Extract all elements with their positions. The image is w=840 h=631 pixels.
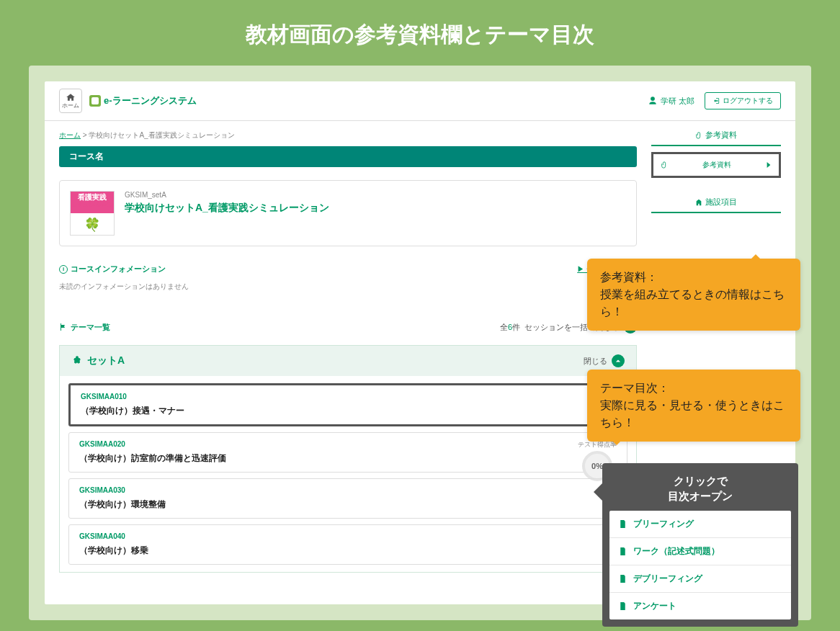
toc-item-label: デブリーフィング <box>633 573 702 585</box>
toc-item-label: ワーク（記述式問題） <box>633 545 720 558</box>
set-close-label: 閉じる <box>584 356 607 367</box>
course-name-bar: コース名 <box>59 146 637 167</box>
course-title: 学校向けセットA_看護実践シミュレーション <box>125 202 329 215</box>
set-close-control: 閉じる <box>584 354 625 367</box>
doc-icon <box>618 601 627 611</box>
lesson-title: （学校向け）接遇・マナー <box>81 405 615 417</box>
reference-materials-button[interactable]: 参考資料 <box>651 152 781 178</box>
course-code: GKSIM_setA <box>125 191 329 199</box>
toc-popup-title: クリックで 目次オープン <box>609 470 791 511</box>
chevron-right-icon <box>766 161 772 169</box>
app-logo: e-ラーニングシステム <box>89 94 197 107</box>
side-ref-title-text: 参考資料 <box>705 130 737 140</box>
lesson-title: （学校向け）環境整備 <box>79 498 617 511</box>
home-icon <box>66 93 76 102</box>
main-column: ホーム > 学校向けセットA_看護実践シミュレーション コース名 看護実践 シミ… <box>59 128 637 573</box>
toc-item-label: ブリーフィング <box>633 518 694 530</box>
set-header: セットA 閉じる <box>60 346 636 376</box>
breadcrumb-sep: > <box>81 131 89 139</box>
lesson-code: GKSIMAA020 <box>79 440 617 448</box>
set-close-button[interactable] <box>612 354 625 367</box>
user-name: 学研 太郎 <box>661 96 694 107</box>
set-title: セットA <box>71 354 125 367</box>
clover-icon: 🍀 <box>84 217 100 233</box>
logo-text: e-ラーニングシステム <box>104 94 197 107</box>
side-facility-title-text: 施設項目 <box>705 197 737 207</box>
frame-outer: ホーム e-ラーニングシステム 学研 太郎 ログアウトする ホーム > 学校向け… <box>29 66 811 620</box>
lesson-code: GKSIMAA010 <box>81 393 615 400</box>
theme-list-label-text: テーマ一覧 <box>71 322 110 333</box>
home-label: ホーム <box>62 102 79 109</box>
toc-item-survey[interactable]: アンケート <box>609 593 791 619</box>
app-header: ホーム e-ラーニングシステム 学研 太郎 ログアウトする <box>45 81 795 121</box>
course-thumbnail: 看護実践 シミュレ-ション 🍀 <box>70 191 115 236</box>
callout-theme-toc: テーマ目次： 実際に見る・見せる・使うときはこちら！ <box>587 370 800 442</box>
theme-list-label: テーマ一覧 <box>59 322 110 333</box>
building-icon <box>695 199 702 206</box>
callout-text: テーマ目次： 実際に見る・見せる・使うときはこちら！ <box>600 382 785 429</box>
toc-item-label: アンケート <box>633 600 676 612</box>
toc-popup-list: ブリーフィング ワーク（記述式問題） デブリーフィング アンケート <box>609 511 791 619</box>
toc-item-debriefing[interactable]: デブリーフィング <box>609 565 791 593</box>
set-icon <box>71 355 83 367</box>
flag-icon <box>59 323 68 331</box>
lesson-item[interactable]: GKSIMAA030 （学校向け）環境整備 <box>68 478 627 519</box>
callout-reference: 参考資料： 授業を組み立てるときの情報はこちら！ <box>587 259 800 331</box>
paperclip-icon <box>695 132 702 139</box>
breadcrumb-current: 学校向けセットA_看護実践シミュレーション <box>89 131 234 139</box>
thumb-text-1: 看護実践 <box>78 193 107 201</box>
lesson-item[interactable]: GKSIMAA020 （学校向け）訪室前の準備と迅速評価 テスト得点率 0% <box>68 432 627 473</box>
paperclip-icon <box>661 161 668 169</box>
lesson-title: （学校向け）訪室前の準備と迅速評価 <box>79 452 617 465</box>
side-facility-title: 施設項目 <box>651 195 781 213</box>
no-info-message: 未読のインフォメーションはありません <box>59 282 637 292</box>
breadcrumb: ホーム > 学校向けセットA_看護実践シミュレーション <box>59 128 637 146</box>
reference-materials-label: 参考資料 <box>668 160 766 170</box>
toc-item-work[interactable]: ワーク（記述式問題） <box>609 538 791 565</box>
course-info-row: i コースインフォメーション ▶ 一覧を表示する <box>59 264 637 274</box>
home-button[interactable]: ホーム <box>59 89 82 113</box>
toc-item-briefing[interactable]: ブリーフィング <box>609 511 791 538</box>
logout-icon <box>712 97 720 104</box>
doc-icon <box>618 547 627 556</box>
side-ref-title: 参考資料 <box>651 128 781 146</box>
lesson-item[interactable]: GKSIMAA010 （学校向け）接遇・マナー <box>68 383 627 426</box>
lesson-item[interactable]: GKSIMAA040 （学校向け）移乗 <box>68 524 627 565</box>
chevron-up-icon <box>615 358 621 364</box>
user-icon <box>648 96 658 106</box>
callout-text: 参考資料： 授業を組み立てるときの情報はこちら！ <box>600 271 785 318</box>
logout-label: ログアウトする <box>723 96 773 106</box>
lesson-code: GKSIMAA040 <box>79 532 617 540</box>
theme-list-header: テーマ一覧 全6件 セッションを一括で閉じる <box>59 321 637 334</box>
logo-icon <box>89 95 101 107</box>
slide-title: 教材画面の参考資料欄とテーマ目次 <box>0 0 840 66</box>
set-block: セットA 閉じる GKSIMAA010 （学校向け）接遇・マナー <box>59 345 637 573</box>
course-info-label: i コースインフォメーション <box>59 264 166 274</box>
course-info-label-text: コースインフォメーション <box>71 264 166 274</box>
thumb-text-2: シミュレ-ション <box>71 201 114 209</box>
info-icon: i <box>59 265 68 274</box>
user-display: 学研 太郎 <box>648 96 694 107</box>
course-card: 看護実践 シミュレ-ション 🍀 GKSIM_setA 学校向けセットA_看護実践… <box>59 180 637 246</box>
lesson-title: （学校向け）移乗 <box>79 545 617 557</box>
set-title-text: セットA <box>87 354 125 367</box>
lesson-code: GKSIMAA030 <box>79 486 617 494</box>
toc-popup: クリックで 目次オープン ブリーフィング ワーク（記述式問題） デブリーフィング… <box>602 463 798 627</box>
logout-button[interactable]: ログアウトする <box>705 92 781 109</box>
lesson-list: GKSIMAA010 （学校向け）接遇・マナー GKSIMAA020 （学校向け… <box>60 376 636 572</box>
doc-icon <box>618 519 627 529</box>
breadcrumb-home[interactable]: ホーム <box>59 131 81 139</box>
theme-count: 全6件 <box>500 322 520 333</box>
doc-icon <box>618 574 627 583</box>
